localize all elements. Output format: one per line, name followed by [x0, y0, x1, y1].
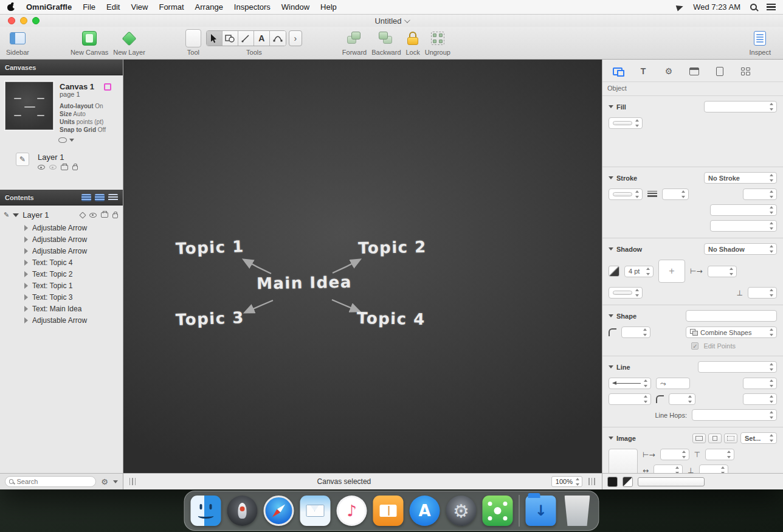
shadow-offset-x-field[interactable] — [708, 266, 737, 277]
menu-arrange[interactable]: Arrange — [195, 2, 223, 12]
contents-item-text-topic3[interactable]: Text: Topic 3 — [0, 291, 123, 303]
books-dock-icon[interactable] — [373, 496, 404, 526]
launchpad-dock-icon[interactable] — [227, 496, 258, 526]
visibility-icon[interactable] — [38, 165, 45, 170]
print-icon[interactable] — [101, 212, 108, 218]
inspector-resize-handle[interactable] — [588, 478, 596, 485]
line-midpoint-field[interactable] — [743, 393, 777, 405]
more-tools-button[interactable]: › — [289, 30, 302, 46]
menu-help[interactable]: Help — [320, 2, 337, 12]
line-hop-button[interactable]: ⤳ — [656, 378, 690, 389]
shape-tool-button[interactable] — [222, 31, 238, 46]
text-tool-button[interactable]: A — [254, 31, 270, 46]
image-offset-x-field[interactable] — [660, 449, 689, 460]
tab-object[interactable] — [611, 66, 624, 77]
zoom-stepper[interactable] — [575, 478, 581, 486]
color-bar-swatch[interactable] — [638, 477, 705, 486]
canvas-list-item[interactable]: Canvas 1 page 1 Auto-layout On Size Auto… — [0, 75, 123, 136]
image-well[interactable] — [609, 449, 638, 473]
system-preferences-dock-icon[interactable]: ⚙ — [446, 496, 477, 526]
edit-pencil-icon[interactable]: ✎ — [16, 153, 29, 166]
location-arrow-icon[interactable] — [676, 3, 685, 11]
fill-color-well[interactable] — [609, 117, 643, 129]
disclosure-closed-icon[interactable] — [24, 271, 28, 277]
fill-swatch-black[interactable] — [607, 477, 618, 487]
image-height-field[interactable] — [699, 465, 728, 473]
inspect-button[interactable]: Inspect — [750, 29, 771, 56]
search-input[interactable] — [16, 478, 92, 485]
tab-properties[interactable]: ⚙ — [662, 66, 675, 77]
print-icon[interactable] — [61, 165, 68, 170]
close-window-button[interactable] — [8, 17, 15, 24]
contents-item-text-topic1[interactable]: Text: Topic 1 — [0, 280, 123, 291]
safari-dock-icon[interactable] — [264, 496, 294, 526]
grid-view-icon[interactable] — [108, 194, 118, 201]
title-bar[interactable]: Untitled — [0, 15, 783, 27]
list-view-icon[interactable] — [81, 194, 91, 201]
music-dock-icon[interactable]: ♪ — [337, 496, 367, 526]
contents-item-adjustable-arrow-2[interactable]: Adjustable Arrow — [0, 233, 123, 245]
sidebar-resize-handle[interactable] — [129, 478, 137, 485]
menu-format[interactable]: Format — [159, 2, 184, 12]
image-fit-button[interactable] — [708, 434, 722, 443]
topic4-text[interactable]: Topic 4 — [357, 309, 426, 328]
disclosure-open-icon[interactable] — [609, 105, 613, 108]
menu-app-name[interactable]: OmniGraffle — [26, 2, 72, 12]
zoom-window-button[interactable] — [32, 17, 40, 24]
disclosure-closed-icon[interactable] — [24, 225, 28, 231]
layer-name[interactable]: Layer 1 — [38, 153, 78, 162]
new-canvas-button[interactable]: New Canvas — [71, 29, 108, 56]
search-field[interactable] — [5, 476, 96, 487]
shadow-offset-y-field[interactable] — [748, 287, 777, 299]
shadow-style-well[interactable] — [609, 266, 619, 277]
disclosure-open-icon[interactable] — [609, 437, 613, 440]
mail-dock-icon[interactable] — [300, 496, 331, 526]
topic3-text[interactable]: Topic 3 — [176, 308, 245, 329]
visibility-alt-icon[interactable] — [49, 165, 57, 170]
topic2-text[interactable]: Topic 2 — [358, 238, 427, 257]
disclosure-closed-icon[interactable] — [24, 306, 28, 312]
disclosure-closed-icon[interactable] — [24, 260, 28, 266]
edit-points-checkbox[interactable]: ✓ — [691, 342, 698, 350]
shape-field[interactable] — [686, 310, 777, 322]
contents-item-text-topic2[interactable]: Text: Topic 2 — [0, 268, 123, 280]
disclosure-open-icon[interactable] — [609, 365, 613, 368]
document-title[interactable]: Untitled — [374, 16, 408, 26]
stroke-style-dropdown[interactable] — [743, 188, 777, 200]
canvas-name[interactable]: Canvas 1 — [60, 83, 94, 91]
sidebar-toggle-button[interactable]: Sidebar — [6, 29, 29, 56]
disclosure-open-icon[interactable] — [609, 314, 613, 317]
fill-type-dropdown[interactable] — [704, 101, 777, 112]
backward-button[interactable]: Backward — [371, 29, 401, 56]
disclosure-closed-icon[interactable] — [24, 248, 28, 254]
menu-inspectors[interactable]: Inspectors — [234, 2, 271, 12]
ungroup-button[interactable]: Ungroup — [425, 29, 450, 56]
arrow-to-topic4-lower-right[interactable] — [332, 300, 359, 311]
line-start-arrowhead-dropdown[interactable] — [609, 378, 651, 389]
disclosure-closed-icon[interactable] — [24, 294, 28, 300]
arrow-to-topic2[interactable] — [333, 260, 360, 273]
contents-item-adjustable-arrow-1[interactable]: Adjustable Arrow — [0, 222, 123, 233]
finder-dock-icon[interactable] — [191, 496, 221, 526]
menu-view[interactable]: View — [131, 2, 148, 12]
menu-clock[interactable]: Wed 7:23 AM — [693, 2, 740, 12]
stroke-corner-dropdown[interactable] — [710, 204, 777, 216]
tab-text[interactable]: T — [636, 66, 650, 77]
line-stroke-dropdown[interactable] — [609, 393, 651, 405]
omnigraffle-dock-icon[interactable] — [483, 496, 513, 526]
corner-radius-field[interactable] — [621, 326, 650, 338]
notification-center-icon[interactable] — [767, 4, 776, 10]
shadow-type-dropdown[interactable]: No Shadow — [704, 243, 777, 255]
apple-menu-icon[interactable] — [7, 3, 15, 12]
stroke-width-field[interactable] — [662, 188, 689, 200]
new-layer-button[interactable]: New Layer — [113, 29, 145, 56]
image-set-dropdown[interactable]: Set... — [740, 432, 777, 444]
menu-file[interactable]: File — [83, 2, 95, 12]
line-hops-dropdown[interactable] — [692, 409, 777, 421]
disclosure-open-icon[interactable] — [13, 213, 19, 217]
disclosure-open-icon[interactable] — [609, 176, 613, 179]
stroke-type-dropdown[interactable]: No Stroke — [704, 172, 777, 184]
contents-layer-row[interactable]: ✎ Layer 1 — [0, 209, 123, 222]
forward-button[interactable]: Forward — [342, 29, 367, 56]
layer-lock-icon[interactable] — [112, 213, 118, 218]
